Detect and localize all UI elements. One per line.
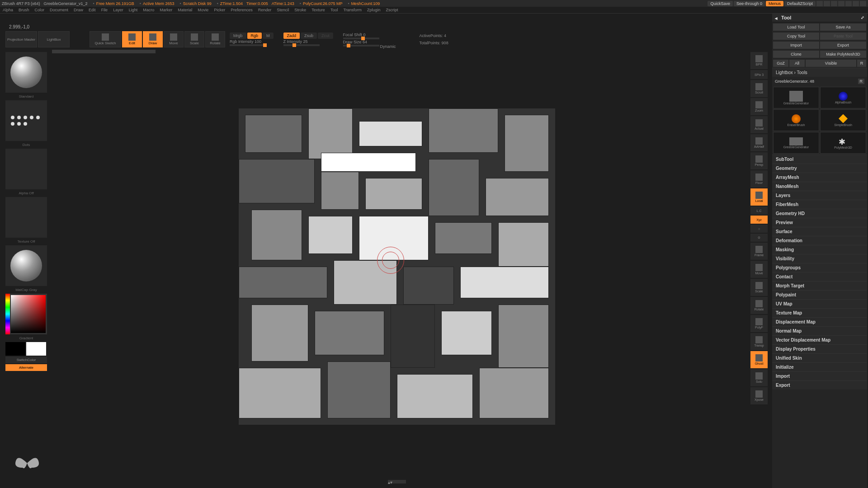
copy-tool-button[interactable]: Copy Tool xyxy=(773,33,819,40)
menu-brush[interactable]: Brush xyxy=(19,8,29,12)
seethrough-button[interactable]: See-through 0 xyxy=(734,1,765,6)
zadd-button[interactable]: Zadd xyxy=(283,33,300,39)
canvas-bottom-handle[interactable]: ▴▾ xyxy=(388,480,406,483)
draw-button[interactable]: Draw xyxy=(143,31,163,47)
menu-file[interactable]: File xyxy=(101,8,108,12)
xpose-button[interactable]: Xpose xyxy=(750,387,768,404)
tool-r-button[interactable]: R xyxy=(858,79,865,84)
menu-document[interactable]: Document xyxy=(50,8,68,12)
lightbox-button[interactable]: LightBox xyxy=(38,31,70,47)
saturation-value-area[interactable] xyxy=(11,295,46,333)
close-icon[interactable] xyxy=(860,1,866,6)
menu-material[interactable]: Material xyxy=(178,8,192,12)
tool-tile[interactable]: AlphaBrush xyxy=(820,87,866,108)
menu-macro[interactable]: Macro xyxy=(143,8,154,12)
section-surface[interactable]: Surface xyxy=(772,227,867,236)
import-button[interactable]: Import xyxy=(773,42,819,49)
zcut-button[interactable]: Zcut xyxy=(318,33,333,39)
load-tool-button[interactable]: Load Tool xyxy=(773,23,819,31)
move-button[interactable]: Move xyxy=(164,31,184,47)
rotate-button[interactable]: Rotate xyxy=(205,31,225,47)
edit-button[interactable]: Edit xyxy=(122,31,142,47)
secondary-color-swatch[interactable] xyxy=(26,342,46,356)
menu-stroke[interactable]: Stroke xyxy=(294,8,306,12)
alpha-selector[interactable] xyxy=(5,149,47,189)
tool-tile[interactable]: ✱PolyMesh3D xyxy=(820,132,866,154)
section-geometryhd[interactable]: Geometry HD xyxy=(772,209,867,218)
z-intensity[interactable]: Z Intensity 25 xyxy=(283,39,333,44)
menu-transform[interactable]: Transform xyxy=(343,8,362,12)
section-arraymesh[interactable]: ArrayMesh xyxy=(772,173,867,182)
rgb-intensity[interactable]: Rgb Intensity 100 xyxy=(230,39,274,44)
section-vectordisp[interactable]: Vector Displacement Map xyxy=(772,335,867,344)
section-unifiedskin[interactable]: Unified Skin xyxy=(772,353,867,362)
hue-strip[interactable] xyxy=(5,294,10,334)
menu-render[interactable]: Render xyxy=(258,8,272,12)
canvas-area[interactable]: ▴▾ xyxy=(52,50,741,483)
menu-edit[interactable]: Edit xyxy=(89,8,96,12)
lightbox-tools-link[interactable]: Lightbox › Tools xyxy=(772,68,867,77)
zsub-button[interactable]: Zsub xyxy=(301,33,317,39)
tool-tile[interactable]: GreebleGenerator xyxy=(773,132,819,154)
section-deformation[interactable]: Deformation xyxy=(772,236,867,245)
polyf-button[interactable]: PolyF xyxy=(750,315,768,332)
defaultscript-button[interactable]: DefaultZScript xyxy=(784,1,816,6)
paste-tool-button[interactable]: Paste Tool xyxy=(820,33,866,40)
menu-alpha[interactable]: Alpha xyxy=(3,8,13,12)
local-button[interactable]: Local xyxy=(750,188,768,206)
section-nanomesh[interactable]: NanoMesh xyxy=(772,182,867,191)
section-uvmap[interactable]: UV Map xyxy=(772,299,867,308)
window-icon[interactable] xyxy=(831,1,837,6)
clone-button[interactable]: Clone xyxy=(773,51,819,58)
menu-marker[interactable]: Marker xyxy=(160,8,172,12)
section-fibermesh[interactable]: FiberMesh xyxy=(772,200,867,209)
section-displacement[interactable]: Displacement Map xyxy=(772,317,867,326)
z-intensity-slider[interactable] xyxy=(283,44,320,46)
aahalf-button[interactable]: AAHalf xyxy=(750,134,768,151)
section-polypaint[interactable]: Polypaint xyxy=(772,290,867,299)
section-layers[interactable]: Layers xyxy=(772,191,867,200)
goz-visible-button[interactable]: Visible xyxy=(806,60,856,67)
nav-move-button[interactable]: Move xyxy=(750,261,768,278)
tool-panel-title[interactable]: ◂ Tool ⤢ xyxy=(772,14,867,22)
section-polygroups[interactable]: Polygroups xyxy=(772,263,867,272)
menu-texture[interactable]: Texture xyxy=(311,8,325,12)
texture-selector[interactable] xyxy=(5,197,47,238)
transp-button[interactable]: Transp xyxy=(750,333,768,350)
rgb-button[interactable]: Rgb xyxy=(247,33,262,39)
spix-button[interactable]: SPix 3 xyxy=(750,70,768,79)
zoom-button[interactable]: Zoom xyxy=(750,98,768,115)
menu-light[interactable]: Light xyxy=(129,8,138,12)
frame-button[interactable]: Frame xyxy=(750,243,768,260)
m-button[interactable]: M xyxy=(263,33,274,39)
tool-tile[interactable]: EraserBrush xyxy=(773,109,819,131)
quicksketch-button[interactable]: Quick Sketch xyxy=(90,31,121,47)
floor-button[interactable]: Floor xyxy=(750,170,768,188)
section-contact[interactable]: Contact xyxy=(772,272,867,281)
section-import2[interactable]: Import xyxy=(772,371,867,380)
rgb-intensity-slider[interactable] xyxy=(230,44,266,46)
draw-size-slider[interactable] xyxy=(343,45,379,47)
menu-draw[interactable]: Draw xyxy=(74,8,83,12)
lock-button[interactable]: ⊙ xyxy=(750,234,768,242)
goz-button[interactable]: GoZ xyxy=(773,60,788,67)
menu-picker[interactable]: Picker xyxy=(214,8,225,12)
section-preview[interactable]: Preview xyxy=(772,218,867,227)
nav-scale-button[interactable]: Scale xyxy=(750,279,768,296)
export-button[interactable]: Export xyxy=(820,42,866,49)
scale-button[interactable]: Scale xyxy=(184,31,204,47)
lc-button[interactable]: L.C xyxy=(750,206,768,215)
goz-r-button[interactable]: R xyxy=(857,60,866,67)
stroke-selector[interactable] xyxy=(5,100,47,141)
mrgb-button[interactable]: Mrgb xyxy=(230,33,246,39)
section-morphtarget[interactable]: Morph Target xyxy=(772,281,867,290)
color-picker[interactable] xyxy=(5,294,47,334)
section-masking[interactable]: Masking xyxy=(772,245,867,254)
menu-zplugin[interactable]: Zplugin xyxy=(367,8,381,12)
solo-button[interactable]: Solo xyxy=(750,369,768,386)
switchcolor-button[interactable]: SwitchColor xyxy=(5,357,47,363)
material-selector[interactable] xyxy=(5,245,47,286)
persp-button[interactable]: Persp xyxy=(750,152,768,169)
menu-tool[interactable]: Tool xyxy=(330,8,338,12)
window-icon[interactable] xyxy=(824,1,830,6)
